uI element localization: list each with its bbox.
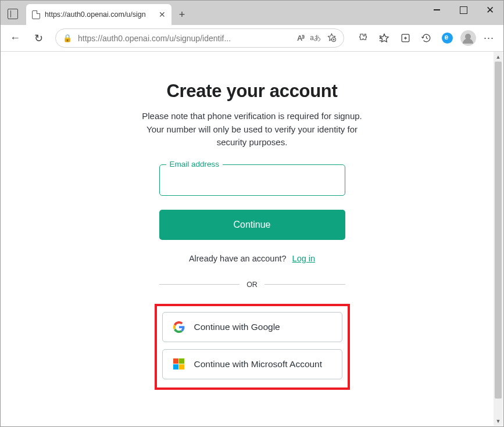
tab-title: https://auth0.openai.com/u/sign [45,10,154,19]
page-icon [32,10,40,19]
window-close-button[interactable]: ✕ [477,1,503,19]
favorites-icon[interactable] [374,28,394,48]
back-button[interactable] [5,28,25,48]
scrollbar-thumb[interactable] [495,62,502,399]
address-bar[interactable]: 🔒 https://auth0.openai.com/u/signup/iden… [55,28,344,48]
collections-icon[interactable] [395,28,415,48]
social-buttons-highlight: Continue with Google Continue with Micro… [155,304,350,390]
divider-text: OR [246,281,258,289]
window-maximize-button[interactable] [450,1,477,19]
extensions-icon[interactable] [353,28,373,48]
close-tab-icon[interactable]: ✕ [159,10,166,19]
scroll-down-arrow[interactable]: ▼ [494,416,503,426]
vertical-scrollbar[interactable]: ▲ ▼ [494,52,503,426]
email-label: Email address [166,160,223,168]
email-input[interactable] [159,164,345,196]
continue-microsoft-button[interactable]: Continue with Microsoft Account [162,349,342,379]
scroll-up-arrow[interactable]: ▲ [494,52,503,62]
google-icon [173,321,185,333]
ie-mode-icon[interactable] [437,28,457,48]
lock-icon: 🔒 [63,34,72,42]
login-row: Already have an account? Log in [95,254,409,263]
login-prompt: Already have an account? [189,254,287,263]
more-menu-icon[interactable]: ··· [479,28,499,48]
page-subtitle: Please note that phone verification is r… [142,110,363,149]
translate-icon[interactable]: aあ [310,33,321,43]
tab-actions-icon[interactable] [8,9,18,19]
microsoft-button-label: Continue with Microsoft Account [194,359,323,369]
new-tab-button[interactable]: + [174,6,190,23]
microsoft-icon [173,358,185,370]
read-aloud-icon[interactable]: A⁾⁾ [297,34,304,42]
divider-line [264,284,345,285]
profile-avatar[interactable] [458,28,478,48]
favorite-icon[interactable] [327,33,337,44]
login-link[interactable]: Log in [292,254,316,263]
or-divider: OR [159,281,345,289]
google-button-label: Continue with Google [194,322,280,332]
window-titlebar: https://auth0.openai.com/u/sign ✕ + ✕ [1,1,503,25]
page-heading: Create your account [95,81,409,102]
page-viewport: ▲ ▼ Create your account Please note that… [1,52,503,426]
continue-button[interactable]: Continue [159,210,345,240]
history-icon[interactable] [416,28,436,48]
window-minimize-button[interactable] [423,1,450,19]
email-field-wrap: Email address [159,164,345,196]
browser-toolbar: 🔒 https://auth0.openai.com/u/signup/iden… [1,25,503,52]
url-text: https://auth0.openai.com/u/signup/identi… [78,34,291,43]
refresh-button[interactable] [28,28,48,48]
browser-tab[interactable]: https://auth0.openai.com/u/sign ✕ [26,4,171,25]
divider-line [159,284,240,285]
continue-google-button[interactable]: Continue with Google [162,312,342,342]
